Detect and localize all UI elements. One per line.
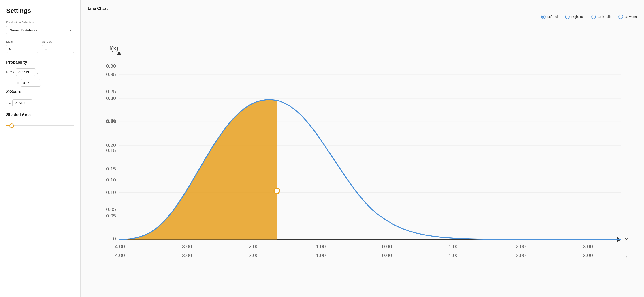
main-area: Line Chart Left Tail Right Tail Both Tai…	[80, 0, 644, 297]
prob-suffix: )	[37, 70, 38, 74]
x-axis-label: x	[625, 236, 628, 242]
radio-right-tail[interactable]: Right Tail	[565, 15, 584, 19]
svg-text:2.00: 2.00	[516, 243, 526, 249]
radio-group: Left Tail Right Tail Both Tails Between	[88, 15, 637, 19]
svg-text:-2.00: -2.00	[247, 252, 259, 258]
chart-container: f(x) 0 0.05 0.10 0.15 0.20 0.25 0.30	[88, 22, 637, 292]
svg-text:0.00: 0.00	[382, 243, 392, 249]
radio-between[interactable]: Between	[618, 15, 637, 19]
radio-both-tails-circle	[592, 15, 596, 19]
svg-text:-4.00: -4.00	[113, 252, 125, 258]
zscore-row: z =	[6, 99, 74, 107]
probability-heading: Probability	[6, 60, 74, 65]
svg-text:-2.00: -2.00	[247, 243, 259, 249]
svg-text:0.35: 0.35	[106, 72, 116, 77]
z-ticks: -4.00 -3.00 -2.00 -1.00 0.00 1.00 2.00 3…	[113, 252, 593, 258]
stdev-field-group: St. Dev.	[42, 40, 74, 53]
y-tick-030: 0.30	[106, 63, 116, 69]
zscore-input[interactable]	[12, 99, 32, 107]
radio-left-tail[interactable]: Left Tail	[541, 15, 558, 19]
shaded-area-slider[interactable]	[6, 125, 74, 126]
cutoff-dot	[274, 188, 280, 194]
svg-text:0.00: 0.00	[382, 252, 392, 258]
x-ticks: -4.00 -3.00 -2.00 -1.00 0.00 1.00 2.00 3…	[113, 243, 593, 249]
svg-text:0.30: 0.30	[106, 95, 116, 101]
svg-text:-1.00: -1.00	[314, 243, 326, 249]
zscore-heading: Z-Score	[6, 89, 74, 94]
radio-both-tails[interactable]: Both Tails	[592, 15, 611, 19]
svg-text:0.20: 0.20	[106, 142, 116, 148]
stdev-label: St. Dev.	[42, 40, 74, 43]
shaded-heading: Shaded Area	[6, 112, 74, 117]
svg-text:1.00: 1.00	[449, 243, 458, 249]
svg-text:2.00: 2.00	[516, 252, 526, 258]
y-tick-015: 0.15	[106, 147, 116, 153]
y-tick-0: 0	[113, 236, 116, 241]
z-axis-label: z	[625, 253, 628, 260]
prob-eq: =	[17, 81, 19, 85]
radio-both-tails-label: Both Tails	[598, 15, 611, 19]
svg-text:3.00: 3.00	[583, 243, 593, 249]
radio-right-tail-label: Right Tail	[572, 15, 584, 19]
mean-input[interactable]	[6, 45, 38, 53]
radio-left-tail-circle	[541, 15, 546, 19]
chart-svg: f(x) 0 0.05 0.10 0.15 0.20 0.25 0.30	[88, 22, 637, 292]
sidebar: Settings Distribution Selection Normal D…	[0, 0, 80, 297]
svg-text:-3.00: -3.00	[180, 252, 192, 258]
distribution-select-wrapper: Normal Distribution T Distribution Chi-S…	[6, 26, 74, 35]
shaded-area-slider-wrapper	[6, 123, 74, 127]
distribution-label: Distribution Selection	[6, 21, 74, 24]
mean-stdev-row: Mean St. Dev.	[6, 40, 74, 53]
radio-right-tail-circle	[565, 15, 570, 19]
prob-prefix: P( x ≤	[6, 70, 14, 74]
y-tick-005: 0.05	[106, 206, 116, 212]
shaded-area	[119, 100, 277, 240]
mean-label: Mean	[6, 40, 38, 43]
svg-text:0.10: 0.10	[106, 189, 116, 195]
svg-text:0.25: 0.25	[106, 119, 116, 125]
y-tick-025: 0.25	[106, 89, 116, 94]
y-axis-label: f(x)	[109, 45, 118, 52]
sidebar-title: Settings	[6, 7, 74, 14]
mean-field-group: Mean	[6, 40, 38, 53]
distribution-select[interactable]: Normal Distribution T Distribution Chi-S…	[6, 26, 74, 35]
stdev-input[interactable]	[42, 45, 74, 53]
svg-text:3.00: 3.00	[583, 252, 593, 258]
prob-value-input[interactable]	[20, 79, 41, 87]
radio-left-tail-label: Left Tail	[547, 15, 558, 19]
prob-x-input[interactable]	[16, 68, 36, 76]
prob-eq-row: =	[6, 79, 74, 87]
svg-text:-1.00: -1.00	[314, 252, 326, 258]
zscore-prefix: z =	[6, 102, 10, 105]
probability-row: P( x ≤ )	[6, 68, 74, 76]
y-tick-010: 0.10	[106, 177, 116, 183]
svg-text:0.05: 0.05	[106, 213, 116, 219]
svg-text:1.00: 1.00	[449, 252, 458, 258]
radio-between-label: Between	[625, 15, 637, 19]
svg-text:-3.00: -3.00	[180, 243, 192, 249]
radio-between-circle	[618, 15, 623, 19]
svg-text:0.15: 0.15	[106, 166, 116, 172]
chart-title: Line Chart	[88, 6, 637, 11]
y-axis-arrow	[117, 51, 122, 55]
svg-text:-4.00: -4.00	[113, 243, 125, 249]
